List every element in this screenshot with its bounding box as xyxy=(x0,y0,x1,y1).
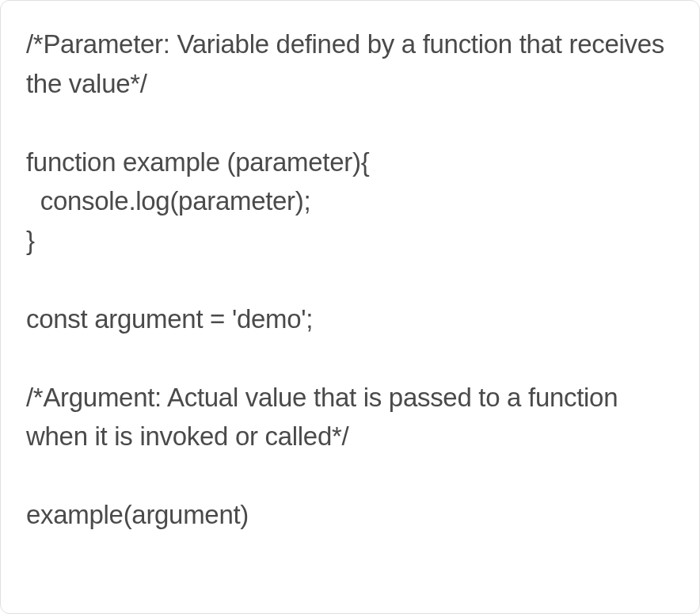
code-line-const-argument: const argument = 'demo'; xyxy=(26,304,313,334)
code-line-call: example(argument) xyxy=(26,500,249,529)
code-line-comment-parameter: /*Parameter: Variable defined by a funct… xyxy=(26,29,671,98)
code-line-close-brace: } xyxy=(26,226,35,255)
code-line-comment-argument: /*Argument: Actual value that is passed … xyxy=(26,383,625,452)
code-line-console-log: console.log(parameter); xyxy=(26,186,310,215)
code-snippet: /*Parameter: Variable defined by a funct… xyxy=(26,25,674,535)
code-line-function-decl: function example (parameter){ xyxy=(26,147,369,177)
